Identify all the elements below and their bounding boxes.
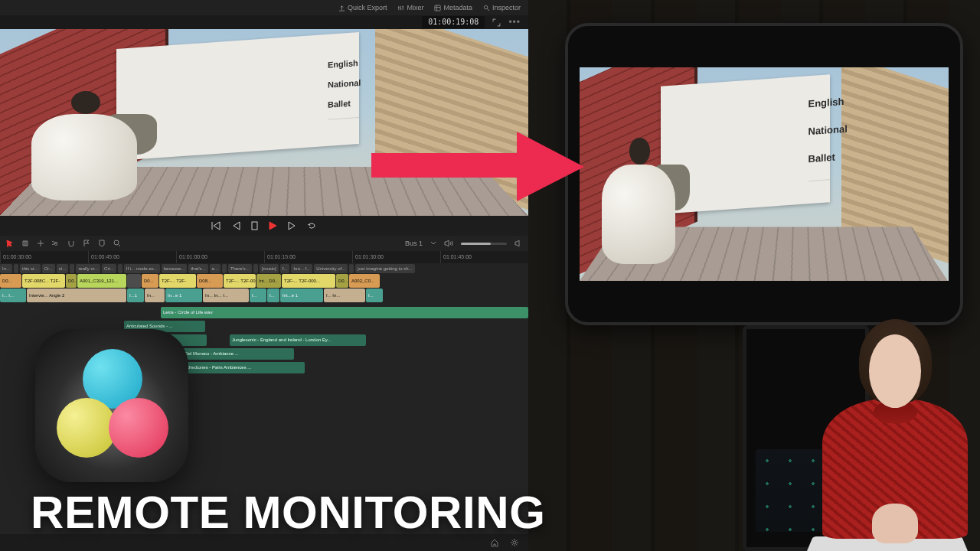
mute-icon[interactable] bbox=[514, 240, 522, 247]
clip[interactable]: I...1 bbox=[127, 289, 144, 302]
ruler-tick[interactable]: 01:01:15:00 bbox=[264, 251, 352, 263]
timeline-marker[interactable]: this st... bbox=[20, 264, 41, 273]
volume-slider[interactable] bbox=[461, 243, 507, 245]
clip[interactable]: I... I... bbox=[0, 289, 26, 302]
scene-person bbox=[31, 85, 164, 201]
clip[interactable]: D0... bbox=[66, 274, 77, 288]
time-ruler[interactable]: 01:00:30:0001:00:45:0001:01:00:0001:01:1… bbox=[0, 251, 528, 263]
ruler-tick[interactable]: 01:00:30:00 bbox=[0, 251, 88, 263]
timeline-marker[interactable]: f... bbox=[280, 264, 290, 273]
audio-clip[interactable]: Letra - Circle of Life.wav bbox=[161, 307, 528, 318]
link-icon[interactable] bbox=[52, 240, 60, 247]
timeline-marker[interactable]: really cr... bbox=[76, 264, 100, 273]
clip[interactable]: T2F-... T2F- bbox=[159, 274, 196, 288]
loop-icon[interactable] bbox=[307, 221, 318, 230]
clip[interactable]: D0... bbox=[336, 274, 348, 288]
timeline-marker[interactable]: that's... bbox=[188, 264, 207, 273]
clip[interactable]: D0... bbox=[142, 274, 158, 288]
timecode-bar: 01:00:19:08 ••• bbox=[0, 15, 528, 29]
timeline-marker[interactable] bbox=[70, 264, 74, 273]
audio-clip[interactable]: Junglesonic - England and Ireland - Lond… bbox=[230, 334, 366, 346]
marker-icon[interactable] bbox=[98, 240, 106, 247]
clip[interactable]: Intervie... Angle 2 bbox=[27, 289, 126, 302]
timeline-marker[interactable]: In... bbox=[0, 264, 12, 273]
app-topbar: Quick Export Mixer Metadata Inspector bbox=[0, 0, 528, 15]
resolve-app-icon bbox=[35, 329, 188, 482]
timeline-marker[interactable] bbox=[14, 264, 18, 273]
presenter-person bbox=[822, 317, 968, 539]
timeline-marker[interactable]: just imagine getting to ch... bbox=[355, 264, 414, 273]
flag-icon[interactable] bbox=[83, 240, 90, 247]
clip[interactable]: Int... D0... bbox=[256, 274, 281, 288]
svg-point-3 bbox=[114, 240, 119, 245]
step-back-icon[interactable] bbox=[232, 221, 240, 230]
clip[interactable]: I... bbox=[366, 289, 383, 302]
clip[interactable]: I... In... bbox=[324, 289, 365, 302]
timeline-marker[interactable]: If i... mode es... bbox=[124, 264, 160, 273]
clip[interactable]: T2F-008C... T2F- bbox=[22, 274, 65, 288]
ruler-tick[interactable]: 01:01:30:00 bbox=[352, 251, 440, 263]
clip[interactable]: A002_C0... bbox=[349, 274, 380, 288]
timecode-display: 01:00:19:08 bbox=[422, 16, 485, 28]
svg-point-4 bbox=[513, 541, 516, 544]
timeline-marker[interactable] bbox=[118, 264, 122, 273]
home-icon[interactable] bbox=[490, 538, 499, 547]
timeline-marker[interactable]: a... bbox=[210, 264, 220, 273]
step-fwd-icon[interactable] bbox=[288, 221, 296, 230]
stop-icon[interactable] bbox=[251, 221, 258, 230]
clip[interactable]: I... bbox=[250, 289, 266, 302]
timeline-marker[interactable]: University of... bbox=[314, 264, 348, 273]
clip[interactable]: I... bbox=[267, 289, 279, 302]
clip[interactable]: T2F-... T2F-00... bbox=[224, 274, 256, 288]
timeline-marker[interactable]: ni... bbox=[57, 264, 69, 273]
headline-text: REMOTE MONITORING bbox=[31, 486, 545, 539]
volume-icon[interactable] bbox=[444, 240, 453, 247]
timeline-marker[interactable]: because... bbox=[162, 264, 188, 273]
zoom-icon[interactable] bbox=[113, 240, 121, 247]
chevron-down-icon[interactable] bbox=[430, 240, 436, 246]
blade-tool-icon[interactable] bbox=[21, 240, 29, 247]
expand-icon[interactable] bbox=[492, 18, 501, 27]
video-track-1[interactable]: I... I...Intervie... Angle 2I...1In...In… bbox=[0, 289, 528, 302]
clip[interactable]: A001_C319_121... bbox=[77, 274, 126, 288]
mixer-button[interactable]: Mixer bbox=[397, 4, 423, 11]
selection-tool-icon[interactable] bbox=[6, 240, 14, 247]
clip[interactable]: T2F-... T2F-000... bbox=[282, 274, 335, 288]
clip[interactable]: Int...e 1 bbox=[280, 289, 323, 302]
clip[interactable]: D08... bbox=[197, 274, 223, 288]
inspector-button[interactable]: Inspector bbox=[483, 4, 521, 11]
snap-icon[interactable] bbox=[67, 240, 75, 247]
clip[interactable] bbox=[127, 274, 141, 288]
timeline-marker[interactable]: Cr... bbox=[42, 264, 55, 273]
clip[interactable]: In... bbox=[145, 289, 165, 302]
timeline-marker[interactable]: There's... bbox=[228, 264, 252, 273]
ruler-tick[interactable]: 01:01:45:00 bbox=[440, 251, 528, 263]
timeline-marker[interactable] bbox=[253, 264, 258, 273]
jump-start-icon[interactable] bbox=[211, 221, 221, 230]
svg-rect-2 bbox=[252, 222, 257, 230]
bus-selector[interactable]: Bus 1 bbox=[405, 240, 423, 247]
clip[interactable]: In... In... I... bbox=[203, 289, 249, 302]
audio-clip[interactable]: Glitchedtones - Paris Ambiences ... bbox=[178, 362, 305, 373]
quick-export-button[interactable]: Quick Export bbox=[338, 4, 387, 11]
video-track-2[interactable]: D0...T2F-008C... T2F-D0...A001_C319_121.… bbox=[0, 274, 528, 288]
presenter bbox=[727, 276, 972, 551]
play-icon[interactable] bbox=[269, 221, 277, 230]
timeline-marker[interactable] bbox=[222, 264, 227, 273]
timeline-marker[interactable]: Cri... bbox=[102, 264, 116, 273]
timeline-marker[interactable] bbox=[349, 264, 354, 273]
svg-rect-0 bbox=[435, 5, 440, 10]
timeline-marker[interactable]: [music] bbox=[260, 264, 279, 273]
arrow-overlay bbox=[371, 130, 586, 203]
timeline-marker[interactable]: but... f... bbox=[291, 264, 312, 273]
clip[interactable]: In...e 1 bbox=[165, 289, 202, 302]
options-icon[interactable]: ••• bbox=[508, 17, 521, 28]
metadata-button[interactable]: Metadata bbox=[434, 4, 472, 11]
settings-icon[interactable] bbox=[510, 538, 519, 547]
tablet-screen: EnglishNationalBallet bbox=[580, 67, 948, 281]
ruler-tick[interactable]: 01:00:45:00 bbox=[88, 251, 176, 263]
clip[interactable]: D0... bbox=[0, 274, 21, 288]
insert-icon[interactable] bbox=[37, 240, 44, 247]
ruler-tick[interactable]: 01:01:00:00 bbox=[176, 251, 264, 263]
svg-point-1 bbox=[484, 5, 488, 9]
